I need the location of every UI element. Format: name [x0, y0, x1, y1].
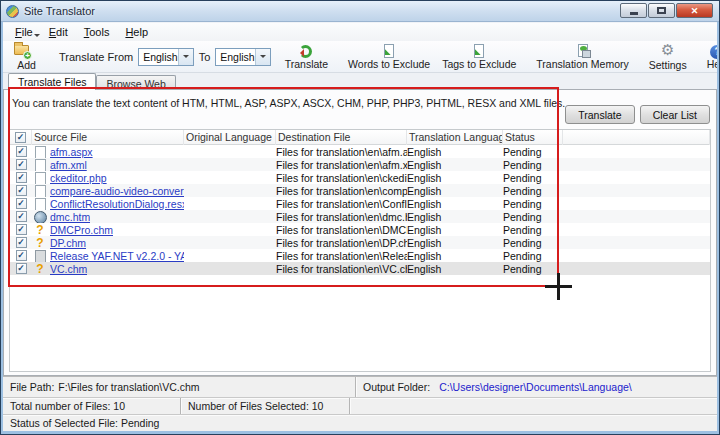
table-row[interactable]: ✓ afm.aspx Files for translation\en\afm.… — [10, 145, 710, 158]
row-checkbox[interactable]: ✓ — [16, 224, 27, 235]
to-label: To — [199, 51, 211, 63]
table-row[interactable]: ✓ ? VC.chm Files for translation\en\VC.c… — [10, 262, 710, 275]
destination-file-cell: Files for translation\en\DMCPro.c... — [276, 224, 407, 236]
source-file-link[interactable]: afm.aspx — [50, 146, 93, 158]
header-status[interactable]: Status — [503, 131, 535, 143]
menu-tools[interactable]: Tools — [76, 24, 118, 40]
header-translation-language[interactable]: Translation Language — [407, 131, 503, 143]
window-frame — [717, 22, 719, 434]
translation-language-cell: English — [407, 172, 503, 184]
source-file-link[interactable]: compare-audio-video-converters.as... — [50, 185, 184, 197]
table-row[interactable]: ✓ dmc.htm Files for translation\en\dmc.h… — [10, 210, 710, 223]
translation-language-cell: English — [407, 198, 503, 210]
tab-browse-web[interactable]: Browse Web — [96, 75, 175, 90]
translation-memory-button[interactable]: Translation Memory — [530, 42, 634, 72]
source-file-link[interactable]: DP.chm — [50, 237, 86, 249]
row-checkbox[interactable]: ✓ — [16, 159, 27, 170]
tab-translate-files[interactable]: Translate Files — [8, 73, 96, 90]
translate-button[interactable]: Translate — [565, 105, 634, 124]
translation-language-cell: English — [407, 211, 503, 223]
output-folder-value[interactable]: C:\Users\designer\Documents\Language\ — [439, 381, 632, 393]
translation-language-cell: English — [407, 159, 503, 171]
page-icon — [34, 172, 46, 184]
window-frame — [1, 431, 719, 434]
table-row[interactable]: ✓ ? DP.chm Files for translation\en\DP.c… — [10, 236, 710, 249]
chm-icon: ? — [34, 263, 46, 275]
source-file-link[interactable]: ConflictResolutionDialog.resx — [50, 198, 184, 210]
row-checkbox[interactable]: ✓ — [16, 172, 27, 183]
header-original-language[interactable]: Original Language — [184, 131, 272, 143]
crosshair-cursor-icon — [557, 273, 560, 300]
table-row[interactable]: ✓ ConflictResolutionDialog.resx Files fo… — [10, 197, 710, 210]
translation-language-cell: English — [407, 237, 503, 249]
info-text: You can translate the text content of HT… — [12, 97, 565, 109]
select-all-checkbox[interactable]: ✓ — [15, 132, 26, 143]
to-language-select[interactable]: English — [215, 48, 270, 66]
row-checkbox[interactable]: ✓ — [16, 250, 27, 261]
table-row[interactable]: ✓ ? DMCPro.chm Files for translation\en\… — [10, 223, 710, 236]
row-checkbox[interactable]: ✓ — [16, 237, 27, 248]
clear-list-button[interactable]: Clear List — [640, 105, 710, 124]
tags-to-exclude-icon — [470, 44, 488, 57]
row-checkbox[interactable]: ✓ — [16, 211, 27, 222]
source-file-link[interactable]: afm.xml — [50, 159, 87, 171]
table-row[interactable]: ✓ compare-audio-video-converters.as... F… — [10, 184, 710, 197]
add-dropdown-caret[interactable] — [34, 34, 40, 40]
files-table: ✓ Source File Original Language Destinat… — [9, 129, 711, 372]
row-checkbox[interactable]: ✓ — [16, 146, 27, 157]
menu-bar: File Edit Tools Help — [3, 23, 717, 41]
status-cell: Pending — [503, 237, 563, 249]
files-selected-text: Number of Files Selected: 10 — [188, 400, 323, 412]
source-file-link[interactable]: Release YAF.NET v2.2.0 - YAFNET ... — [50, 250, 184, 262]
close-icon: ✕ — [691, 6, 699, 16]
translate-icon — [297, 44, 315, 57]
row-checkbox[interactable]: ✓ — [16, 185, 27, 196]
table-row[interactable]: ✓ Release YAF.NET v2.2.0 - YAFNET ... Fi… — [10, 249, 710, 262]
add-button[interactable]: + Add — [7, 42, 46, 72]
status-cell: Pending — [503, 198, 563, 210]
row-checkbox[interactable]: ✓ — [16, 198, 27, 209]
title-bar[interactable]: Site Translator ✕ — [1, 1, 719, 22]
source-file-link[interactable]: DMCPro.chm — [50, 224, 113, 236]
header-destination-file[interactable]: Destination File — [276, 131, 350, 143]
translate-files-panel: You can translate the text content of HT… — [3, 89, 717, 376]
status-cell: Pending — [503, 159, 563, 171]
destination-file-cell: Files for translation\en\VC.chm — [276, 263, 407, 275]
from-language-select[interactable]: English — [138, 48, 193, 66]
words-to-exclude-button[interactable]: Words to Exclude — [342, 42, 436, 72]
destination-file-cell: Files for translation\en\Release Y... — [276, 250, 407, 262]
globe-icon — [34, 211, 46, 223]
window-title: Site Translator — [24, 5, 95, 17]
translation-language-cell: English — [407, 250, 503, 262]
chevron-down-icon[interactable] — [255, 49, 270, 65]
status-cell: Pending — [503, 250, 563, 262]
destination-file-cell: Files for translation\en\ConflictRe... — [276, 198, 407, 210]
toolbar: + Add Translate From English To English … — [3, 41, 717, 73]
source-file-link[interactable]: ckeditor.php — [50, 172, 107, 184]
close-button[interactable]: ✕ — [676, 3, 713, 18]
maximize-icon — [657, 7, 666, 14]
row-checkbox[interactable]: ✓ — [16, 263, 27, 274]
translation-language-cell: English — [407, 185, 503, 197]
gear-icon: ⚙ — [659, 42, 677, 58]
maximize-button[interactable] — [648, 3, 675, 18]
translate-from-label: Translate From — [59, 51, 133, 63]
table-row[interactable]: ✓ afm.xml Files for translation\en\afm.x… — [10, 158, 710, 171]
translation-language-cell: English — [407, 146, 503, 158]
settings-button[interactable]: ⚙ Settings — [643, 42, 693, 72]
destination-file-cell: Files for translation\en\DP.chm — [276, 237, 407, 249]
source-file-link[interactable]: dmc.htm — [50, 211, 90, 223]
destination-file-cell: Files for translation\en\ckeditor.php — [276, 172, 407, 184]
minimize-button[interactable] — [620, 3, 647, 18]
menu-help[interactable]: Help — [117, 24, 156, 40]
table-row[interactable]: ✓ ckeditor.php Files for translation\en\… — [10, 171, 710, 184]
translate-toolbar-button[interactable]: Translate — [279, 42, 334, 72]
page-icon — [34, 159, 46, 171]
tags-to-exclude-button[interactable]: Tags to Exclude — [436, 42, 522, 72]
menu-edit[interactable]: Edit — [41, 24, 76, 40]
chevron-down-icon[interactable] — [178, 49, 193, 65]
translation-memory-icon — [574, 44, 592, 57]
source-file-link[interactable]: VC.chm — [50, 263, 87, 275]
header-source-file[interactable]: Source File — [32, 131, 87, 143]
destination-file-cell: Files for translation\en\afm.aspx — [276, 146, 407, 158]
